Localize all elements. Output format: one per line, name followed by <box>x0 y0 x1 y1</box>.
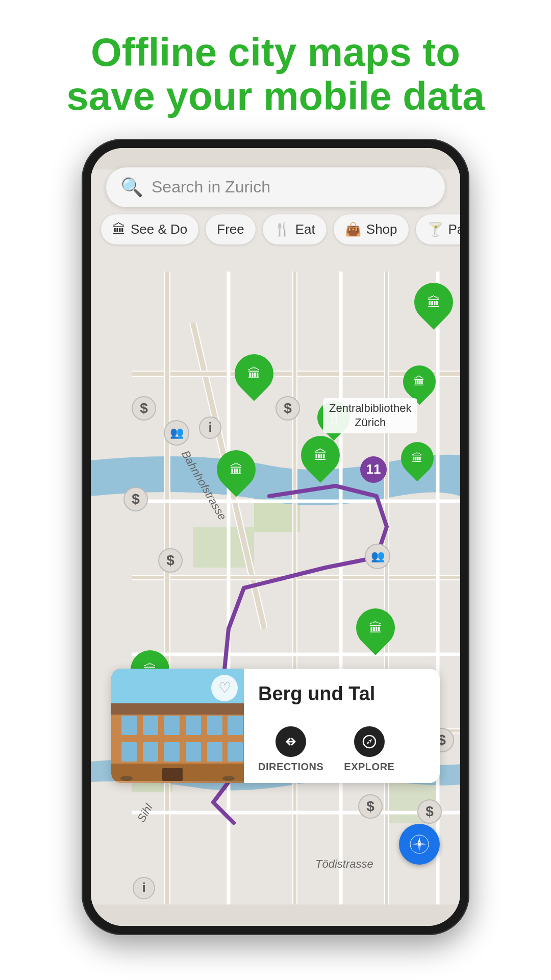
zentralbibliothek-label: Zentralbibliothek Zürich <box>323 398 417 433</box>
map-area: 🔍 Search in Zurich 🏛 See & Do Free 🍴 Eat <box>91 148 460 926</box>
explore-action[interactable]: EXPLORE <box>344 726 394 773</box>
card-image: ♡ <box>111 669 244 783</box>
svg-rect-18 <box>186 742 201 762</box>
map-pin-2[interactable]: 🏛 <box>235 354 273 393</box>
svg-rect-12 <box>186 716 201 735</box>
pill-shop[interactable]: 👜 Shop <box>334 214 409 244</box>
heart-icon: ♡ <box>218 679 231 696</box>
pill-see-do[interactable]: 🏛 See & Do <box>101 214 198 244</box>
see-do-icon: 🏛 <box>112 222 126 237</box>
pill-free-label: Free <box>217 222 244 237</box>
street-todist: Tödistrasse <box>315 857 373 871</box>
svg-point-23 <box>120 776 133 781</box>
dollar-marker-7: $ <box>358 794 383 819</box>
pill-eat[interactable]: 🍴 Eat <box>263 214 327 244</box>
explore-icon-circle <box>354 726 385 757</box>
info-marker-2: i <box>133 877 155 899</box>
pill-party-label: Party <box>448 222 460 237</box>
headline-line2: save your mobile data <box>20 75 531 118</box>
svg-rect-22 <box>162 768 183 781</box>
svg-rect-16 <box>143 742 158 762</box>
dollar-marker-2: $ <box>276 396 300 421</box>
map-pin-6[interactable]: 🏛 <box>401 442 434 475</box>
directions-action[interactable]: DIRECTIONS <box>258 726 323 773</box>
svg-point-24 <box>222 776 235 781</box>
svg-rect-19 <box>207 742 222 762</box>
svg-point-28 <box>418 843 421 846</box>
svg-rect-17 <box>164 742 180 762</box>
map-pin-1[interactable]: 🏛 <box>414 283 453 322</box>
badge-count: 11 <box>366 461 381 477</box>
phone-screen: 🔍 Search in Zurich 🏛 See & Do Free 🍴 Eat <box>91 148 460 926</box>
shop-icon: 👜 <box>345 222 361 237</box>
svg-rect-9 <box>121 716 137 735</box>
pill-see-do-label: See & Do <box>131 222 187 237</box>
cluster-badge-11[interactable]: 11 <box>360 456 387 483</box>
info-card: ♡ Berg und Tal <box>111 669 440 783</box>
svg-rect-13 <box>207 716 222 735</box>
eat-icon: 🍴 <box>274 222 290 237</box>
map-pin-3[interactable]: 🏛 <box>403 365 436 398</box>
explore-label: EXPLORE <box>344 761 394 773</box>
svg-rect-10 <box>143 716 158 735</box>
map-pin-5[interactable]: 🏛 <box>217 450 256 489</box>
svg-rect-15 <box>121 742 137 762</box>
pill-shop-label: Shop <box>366 222 397 237</box>
party-icon: 🍸 <box>427 222 443 237</box>
dollar-marker-8: $ <box>417 799 442 824</box>
compass-button[interactable] <box>399 824 440 865</box>
people-marker-1: 👥 <box>164 420 189 446</box>
phone-mockup: 🔍 Search in Zurich 🏛 See & Do Free 🍴 Eat <box>0 139 551 935</box>
heart-button[interactable]: ♡ <box>211 675 238 701</box>
phone-frame: 🔍 Search in Zurich 🏛 See & Do Free 🍴 Eat <box>82 139 469 935</box>
dollar-marker-1: $ <box>132 396 156 421</box>
map-pin-8[interactable]: 🏛 <box>356 608 395 647</box>
svg-point-26 <box>368 741 370 743</box>
svg-rect-14 <box>228 716 243 735</box>
dollar-marker-3: $ <box>123 487 148 511</box>
card-title: Berg und Tal <box>258 683 425 705</box>
directions-label: DIRECTIONS <box>258 761 323 773</box>
people-marker-2: 👥 <box>365 544 390 569</box>
card-content: Berg und Tal DIRECTIONS <box>244 669 440 783</box>
svg-rect-11 <box>164 716 180 735</box>
dollar-marker-4: $ <box>158 548 183 573</box>
headline-line1: Offline city maps to <box>20 31 531 75</box>
search-icon: 🔍 <box>120 177 143 198</box>
pill-party[interactable]: 🍸 Party <box>416 214 460 244</box>
directions-icon-circle <box>276 726 306 757</box>
svg-rect-20 <box>228 742 243 762</box>
map-pin-4[interactable]: 🏛 <box>301 436 340 475</box>
headline: Offline city maps to save your mobile da… <box>0 0 551 139</box>
info-marker-1: i <box>199 416 221 439</box>
card-actions: DIRECTIONS EXPLORE <box>258 726 425 773</box>
category-pills: 🏛 See & Do Free 🍴 Eat 👜 Shop <box>101 214 450 244</box>
search-input-text: Search in Zurich <box>152 178 270 197</box>
pill-free[interactable]: Free <box>206 214 255 244</box>
svg-rect-8 <box>111 703 244 715</box>
pill-eat-label: Eat <box>295 222 315 237</box>
search-bar[interactable]: 🔍 Search in Zurich <box>106 167 445 207</box>
